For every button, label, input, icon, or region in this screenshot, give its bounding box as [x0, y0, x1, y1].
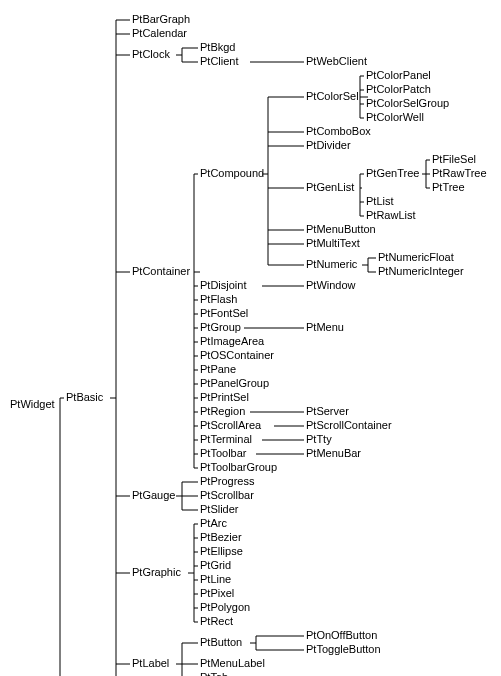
- node-ptimagearea: PtImageArea: [200, 335, 265, 347]
- node-ptnumericinteger: PtNumericInteger: [378, 265, 464, 277]
- node-ptclient: PtClient: [200, 55, 239, 67]
- node-ptonoffbutton: PtOnOffButton: [306, 629, 377, 641]
- node-ptmenubar: PtMenuBar: [306, 447, 361, 459]
- node-ptrawlist: PtRawList: [366, 209, 416, 221]
- node-ptfontsel: PtFontSel: [200, 307, 248, 319]
- node-pttoolbargroup: PtToolbarGroup: [200, 461, 277, 473]
- node-ptdisjoint: PtDisjoint: [200, 279, 246, 291]
- node-ptbargraph: PtBarGraph: [132, 13, 190, 25]
- node-ptregion: PtRegion: [200, 405, 245, 417]
- node-ptlist: PtList: [366, 195, 394, 207]
- node-ptrect: PtRect: [200, 615, 233, 627]
- node-ptflash: PtFlash: [200, 293, 237, 305]
- node-ptterminal: PtTerminal: [200, 433, 252, 445]
- node-ptmultitext: PtMultiText: [306, 237, 360, 249]
- node-ptwidget: PtWidget: [10, 398, 55, 410]
- node-ptfilesel: PtFileSel: [432, 153, 476, 165]
- node-ptcontainer: PtContainer: [132, 265, 190, 277]
- node-ptserver: PtServer: [306, 405, 349, 417]
- node-ptgroup: PtGroup: [200, 321, 241, 333]
- node-ptprogress: PtProgress: [200, 475, 255, 487]
- node-ptoscontainer: PtOSContainer: [200, 349, 274, 361]
- node-ptgenlist: PtGenList: [306, 181, 354, 193]
- node-ptscrollcontainer: PtScrollContainer: [306, 419, 392, 431]
- node-ptgraphic: PtGraphic: [132, 566, 181, 578]
- node-ptslider: PtSlider: [200, 503, 239, 515]
- node-ptcolorsel: PtColorSel: [306, 90, 359, 102]
- node-pttab: PtTab: [200, 671, 228, 676]
- node-ptmenu: PtMenu: [306, 321, 344, 333]
- node-ptpolygon: PtPolygon: [200, 601, 250, 613]
- node-ptpane: PtPane: [200, 363, 236, 375]
- node-ptlabel: PtLabel: [132, 657, 169, 669]
- node-ptbutton: PtButton: [200, 636, 242, 648]
- node-ptwindow: PtWindow: [306, 279, 356, 291]
- node-ptcalendar: PtCalendar: [132, 27, 187, 39]
- node-ptscrollarea: PtScrollArea: [200, 419, 262, 431]
- node-ptellipse: PtEllipse: [200, 545, 243, 557]
- widget-tree-diagram: PtWidgetPtBasicPtBarGraphPtCalendarPtClo…: [10, 10, 491, 676]
- node-ptpixel: PtPixel: [200, 587, 234, 599]
- node-ptprintsel: PtPrintSel: [200, 391, 249, 403]
- node-ptpanelgroup: PtPanelGroup: [200, 377, 269, 389]
- node-ptcompound: PtCompound: [200, 167, 264, 179]
- node-ptline: PtLine: [200, 573, 231, 585]
- node-ptgauge: PtGauge: [132, 489, 175, 501]
- node-ptscrollbar: PtScrollbar: [200, 489, 254, 501]
- node-ptmenulabel: PtMenuLabel: [200, 657, 265, 669]
- node-pttree: PtTree: [432, 181, 465, 193]
- node-ptclock: PtClock: [132, 48, 170, 60]
- node-ptcolorpanel: PtColorPanel: [366, 69, 431, 81]
- node-ptgrid: PtGrid: [200, 559, 231, 571]
- node-ptbezier: PtBezier: [200, 531, 242, 543]
- node-ptcolorpatch: PtColorPatch: [366, 83, 431, 95]
- node-ptnumeric: PtNumeric: [306, 258, 358, 270]
- node-pttogglebutton: PtToggleButton: [306, 643, 381, 655]
- node-pttty: PtTty: [306, 433, 332, 445]
- node-ptarc: PtArc: [200, 517, 227, 529]
- node-ptbasic: PtBasic: [66, 391, 104, 403]
- node-ptrawtree: PtRawTree: [432, 167, 487, 179]
- node-ptcolorselgroup: PtColorSelGroup: [366, 97, 449, 109]
- node-ptdivider: PtDivider: [306, 139, 351, 151]
- node-ptcombobox: PtComboBox: [306, 125, 371, 137]
- node-ptgentree: PtGenTree: [366, 167, 419, 179]
- node-ptnumericfloat: PtNumericFloat: [378, 251, 454, 263]
- node-pttoolbar: PtToolbar: [200, 447, 247, 459]
- node-ptmenubutton: PtMenuButton: [306, 223, 376, 235]
- node-ptcolorwell: PtColorWell: [366, 111, 424, 123]
- node-ptbkgd: PtBkgd: [200, 41, 235, 53]
- node-ptwebclient: PtWebClient: [306, 55, 367, 67]
